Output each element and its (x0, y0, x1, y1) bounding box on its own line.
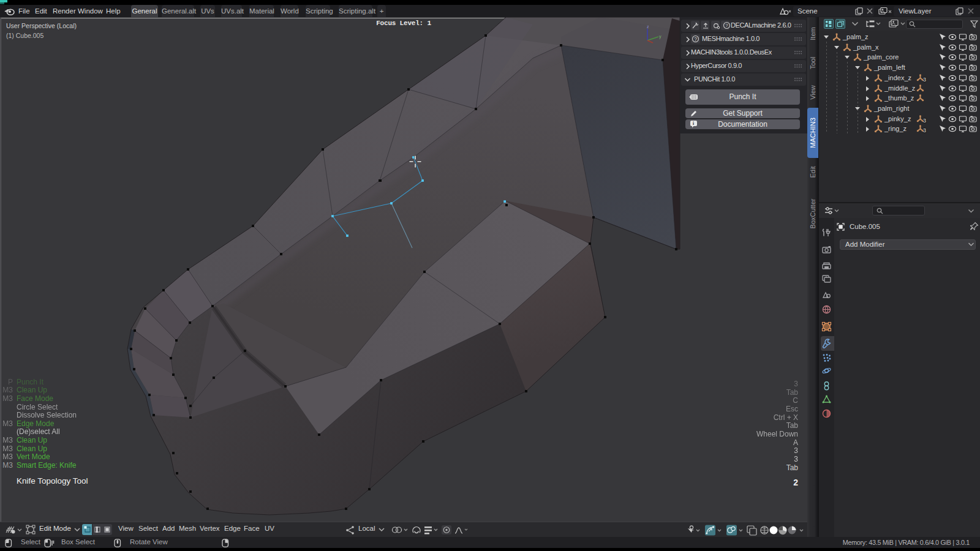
svg-text:?: ? (694, 36, 697, 42)
svg-text:i: i (693, 121, 694, 126)
svg-text:y: y (659, 34, 662, 39)
svg-text:?: ? (725, 23, 728, 28)
svg-text:z: z (647, 24, 649, 29)
